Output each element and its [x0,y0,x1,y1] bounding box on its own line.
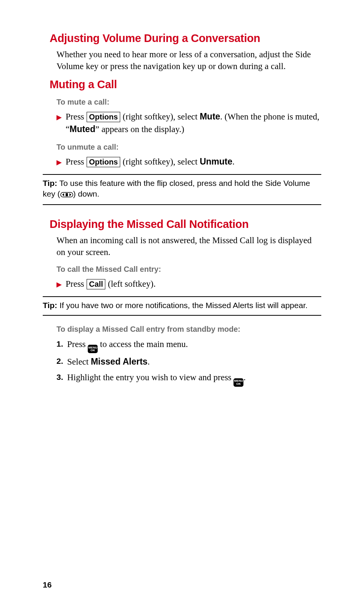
step-call-missed: ▶ Press Call (left softkey). [56,278,321,290]
text: Select [67,357,91,366]
text: Press [66,157,86,166]
text: Press [66,112,86,121]
list-item: 3. Highlight the entry you wish to view … [56,371,321,387]
sub-to-unmute: To unmute a call: [56,143,321,152]
keycap-call: Call [87,279,105,289]
bold-muted: Muted [69,124,95,134]
tip-text-b: ) down. [73,189,100,198]
tip-missed-alerts: Tip: If you have two or more notificatio… [43,296,321,315]
step-unmute: ▶ Press Options (right softkey), select … [56,155,321,168]
step-mute: ▶ Press Options (right softkey), select … [56,110,321,136]
text: . [148,357,150,366]
bullet-icon: ▶ [56,157,62,167]
sub-display-missed: To display a Missed Call entry from stan… [56,325,321,334]
text: (right softkey), select [121,112,200,121]
numbered-list: 1. Press MENUOK to access the main menu.… [56,337,321,387]
tip-text: If you have two or more notifications, t… [57,301,308,310]
heading-muting-call: Muting a Call [50,78,321,91]
text: . [232,157,235,166]
bold-mute: Mute [200,111,220,121]
text: Press [67,339,88,349]
text: to access the main menu. [98,339,188,349]
bullet-icon: ▶ [56,112,62,122]
tip-mute-flip: Tip: To use this feature with the flip c… [43,174,321,205]
page-number: 16 [43,580,52,589]
sub-to-mute: To mute a call: [56,98,321,107]
list-item: 1. Press MENUOK to access the main menu. [56,337,321,354]
text: (right softkey), select [121,157,200,166]
bold-unmute: Unmute [200,157,232,166]
list-item: 2. Select Missed Alerts. [56,355,321,369]
sub-call-missed: To call the Missed Call entry: [56,265,321,274]
body-adjust-volume: Whether you need to hear more or less of… [56,48,321,72]
volume-key-icon [60,189,73,200]
svg-rect-2 [66,193,68,196]
number-2: 2. [56,355,67,369]
menu-ok-key-icon: MENUOK [234,378,243,387]
text: ” appears on the display.) [95,124,184,134]
svg-marker-3 [69,193,71,196]
bold-missed-alerts: Missed Alerts [91,357,148,366]
body-missed-call: When an incoming call is not answered, t… [56,234,321,258]
text: . [243,373,246,382]
heading-adjust-volume: Adjusting Volume During a Conversation [50,32,321,45]
number-1: 1. [56,337,67,354]
keycap-options: Options [87,112,120,122]
tip-label: Tip: [43,179,57,187]
text: (left softkey). [106,279,156,289]
keycap-options: Options [87,157,120,167]
text: Press [66,279,86,289]
tip-label: Tip: [43,301,57,310]
menu-ok-key-icon: MENUOK [88,345,98,353]
number-3: 3. [56,371,67,387]
bullet-icon: ▶ [56,279,62,289]
heading-missed-call: Displaying the Missed Call Notification [50,218,321,231]
svg-marker-1 [62,193,64,196]
text: Highlight the entry you wish to view and… [67,373,234,382]
